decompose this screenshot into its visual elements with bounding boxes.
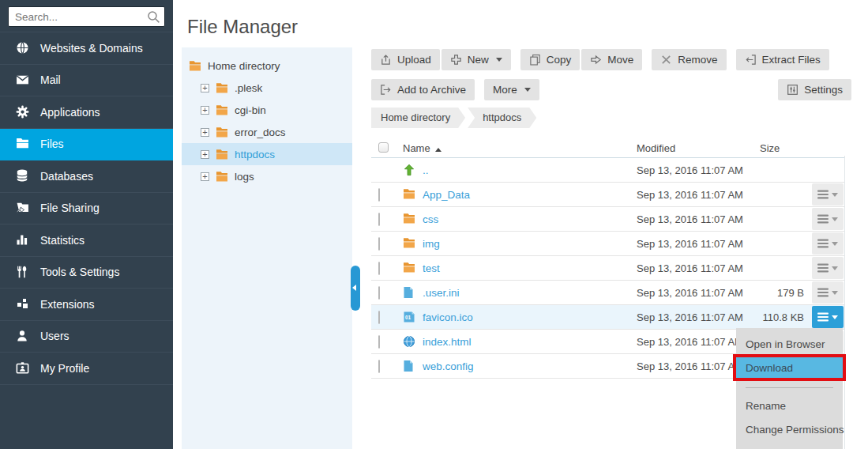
- sidebar-item-label: File Sharing: [40, 202, 100, 214]
- image-icon: 01: [403, 311, 415, 323]
- archive-icon: [380, 84, 392, 96]
- row-name-cell: ..: [403, 164, 637, 176]
- button-label: New: [468, 54, 489, 66]
- row-checkbox[interactable]: [378, 237, 380, 251]
- tree-item-error-docs[interactable]: +error_docs: [182, 121, 352, 143]
- row-checkbox[interactable]: [378, 360, 380, 373]
- row-menu-button[interactable]: [812, 208, 844, 230]
- tree-item-cgi-bin[interactable]: +cgi-bin: [182, 99, 352, 121]
- expand-icon[interactable]: +: [201, 172, 209, 181]
- sidebar-item-mail[interactable]: Mail: [0, 65, 173, 97]
- row-checkbox[interactable]: [378, 335, 380, 349]
- tree-item-httpdocs[interactable]: +httpdocs: [182, 143, 352, 165]
- row-context-menu: Open in BrowserDownloadRenameChange Perm…: [736, 328, 843, 449]
- search-icon[interactable]: [147, 10, 160, 24]
- row-size: 110.8 KB: [760, 311, 812, 323]
- folder-icon: [403, 237, 415, 250]
- html-icon: [403, 335, 415, 348]
- file-link[interactable]: ..: [423, 164, 429, 176]
- select-all-checkbox[interactable]: [378, 142, 389, 153]
- row-checkbox[interactable]: [378, 286, 380, 300]
- menu-item-open-in-browser[interactable]: Open in Browser: [736, 333, 843, 357]
- file-link[interactable]: img: [423, 238, 440, 250]
- row-menu-button[interactable]: [812, 232, 844, 255]
- file-link[interactable]: .user.ini: [423, 287, 460, 299]
- extract-files-button[interactable]: Extract Files: [736, 49, 829, 70]
- row-menu-button[interactable]: [812, 183, 844, 206]
- sidebar-item-tools-settings[interactable]: Tools & Settings: [0, 257, 173, 289]
- row-size: 179 B: [760, 287, 812, 299]
- file-icon: [403, 286, 415, 299]
- menu-item-download[interactable]: Download: [736, 357, 843, 380]
- row-name-cell: img: [403, 237, 637, 250]
- move-button[interactable]: Move: [581, 49, 642, 70]
- folder-icon: [216, 104, 228, 115]
- breadcrumb-item-home-directory[interactable]: Home directory: [371, 108, 465, 128]
- row-menu-button[interactable]: [812, 281, 844, 304]
- extensions-icon: [16, 297, 30, 311]
- file-link[interactable]: index.html: [423, 336, 472, 348]
- menu-item-change-permissions[interactable]: Change Permissions: [736, 418, 843, 442]
- sidebar-item-label: Mail: [40, 74, 61, 86]
- sidebar-item-files[interactable]: Files: [0, 129, 173, 161]
- column-header-modified[interactable]: Modified: [637, 142, 760, 154]
- table-row: ..Sep 13, 2016 11:07 AM: [371, 158, 844, 183]
- expand-icon[interactable]: +: [201, 128, 209, 137]
- sidebar-item-databases[interactable]: Databases: [0, 160, 173, 193]
- tree-item-label: error_docs: [235, 126, 286, 138]
- directory-tree: Home directory +.plesk+cgi-bin+error_doc…: [182, 47, 352, 449]
- sidebar-item-applications[interactable]: Applications: [0, 96, 173, 129]
- remove-button[interactable]: Remove: [652, 49, 726, 70]
- file-link[interactable]: css: [423, 213, 438, 225]
- file-link[interactable]: test: [423, 262, 440, 274]
- file-link[interactable]: App_Data: [423, 189, 470, 201]
- tree-item-home-directory[interactable]: Home directory: [182, 55, 352, 77]
- expand-icon[interactable]: +: [201, 150, 209, 159]
- tree-item-label: Home directory: [208, 60, 280, 72]
- row-menu-cell: [812, 208, 844, 230]
- column-header-size[interactable]: Size: [760, 142, 812, 154]
- sidebar-item-label: Websites & Domains: [40, 42, 143, 55]
- column-header-name[interactable]: Name: [403, 142, 637, 154]
- sidebar-item-statistics[interactable]: Statistics: [0, 224, 173, 257]
- file-link[interactable]: favicon.ico: [423, 311, 473, 323]
- expand-icon[interactable]: +: [201, 84, 209, 92]
- table-row: App_DataSep 13, 2016 11:07 AM: [371, 183, 844, 207]
- button-label: More: [493, 84, 517, 96]
- chevron-down-icon: [496, 58, 502, 62]
- file-link[interactable]: web.config: [423, 360, 474, 372]
- sidebar-item-my-profile[interactable]: My Profile: [0, 353, 173, 385]
- menu-item-rename[interactable]: Rename: [736, 394, 843, 418]
- row-checkbox[interactable]: [378, 188, 380, 202]
- copy-icon: [529, 54, 541, 66]
- search-input[interactable]: [8, 6, 165, 27]
- sidebar-item-users[interactable]: Users: [0, 321, 173, 353]
- breadcrumb-item-httpdocs[interactable]: httpdocs: [468, 108, 536, 128]
- sidebar-item-websites-domains[interactable]: Websites & Domains: [0, 32, 173, 65]
- sidebar-item-file-sharing[interactable]: File Sharing: [0, 193, 173, 225]
- chevron-down-icon: [524, 88, 531, 92]
- move-icon: [590, 54, 602, 66]
- settings-button[interactable]: Settings: [778, 79, 851, 100]
- settings-button-label: Settings: [804, 84, 843, 96]
- add-to-archive-button[interactable]: Add to Archive: [371, 79, 475, 100]
- row-checkbox[interactable]: [378, 311, 380, 324]
- button-label: Add to Archive: [397, 84, 466, 96]
- more-button[interactable]: More: [484, 79, 539, 100]
- row-checkbox[interactable]: [378, 262, 380, 275]
- sidebar-item-extensions[interactable]: Extensions: [0, 289, 173, 321]
- expand-icon[interactable]: +: [201, 106, 209, 115]
- upload-button[interactable]: Upload: [371, 49, 440, 70]
- row-menu-cell: [812, 257, 844, 279]
- row-checkbox[interactable]: [378, 213, 380, 226]
- tree-item-logs[interactable]: +logs: [182, 165, 352, 187]
- tree-collapse-handle[interactable]: [351, 266, 360, 311]
- files-folder-icon: [16, 138, 30, 151]
- copy-button[interactable]: Copy: [520, 49, 581, 70]
- row-menu-cell: [812, 183, 844, 206]
- row-menu-button[interactable]: [812, 306, 844, 328]
- mail-icon: [16, 74, 30, 87]
- tree-item-plesk[interactable]: +.plesk: [182, 77, 352, 99]
- new-button[interactable]: New: [442, 49, 511, 70]
- row-menu-button[interactable]: [812, 257, 844, 279]
